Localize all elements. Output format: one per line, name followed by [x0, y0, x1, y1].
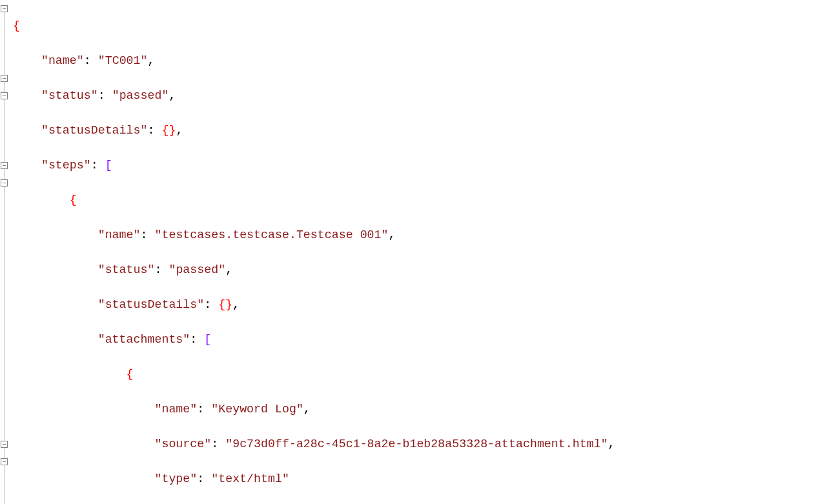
- code-line: statusDetails: {},: [13, 296, 827, 314]
- code-area[interactable]: { name: TC001, status: passed, statusDet…: [10, 0, 827, 504]
- fold-toggle[interactable]: [1, 75, 8, 82]
- code-line: status: passed,: [13, 261, 827, 279]
- fold-guide: [4, 12, 5, 75]
- fold-toggle[interactable]: [1, 5, 8, 12]
- fold-guide: [4, 186, 5, 441]
- code-line: statusDetails: {},: [13, 122, 827, 139]
- code-line: {: [13, 366, 827, 383]
- code-editor: { name: TC001, status: passed, statusDet…: [0, 0, 827, 504]
- code-line: steps: [: [13, 157, 827, 174]
- code-line: {: [13, 17, 827, 35]
- code-line: status: passed,: [13, 87, 827, 105]
- code-line: type: text/html: [13, 470, 827, 488]
- fold-guide: [4, 465, 5, 504]
- code-line: name: Keyword Log,: [13, 401, 827, 418]
- fold-toggle[interactable]: [1, 441, 8, 448]
- code-line: name: testcases.testcase.Testcase 001,: [13, 227, 827, 244]
- fold-guide: [4, 82, 5, 92]
- fold-guide: [4, 448, 5, 458]
- fold-guide: [4, 169, 5, 179]
- code-line: attachments: [: [13, 331, 827, 348]
- fold-toggle[interactable]: [1, 92, 8, 99]
- fold-toggle[interactable]: [1, 458, 8, 465]
- fold-toggle[interactable]: [1, 162, 8, 169]
- code-line: source: 9c73d0ff-a28c-45c1-8a2e-b1eb28a5…: [13, 436, 827, 453]
- code-line: name: TC001,: [13, 52, 827, 70]
- fold-gutter: [0, 0, 10, 504]
- fold-toggle[interactable]: [1, 179, 8, 186]
- code-line: {: [13, 192, 827, 209]
- fold-guide: [4, 99, 5, 162]
